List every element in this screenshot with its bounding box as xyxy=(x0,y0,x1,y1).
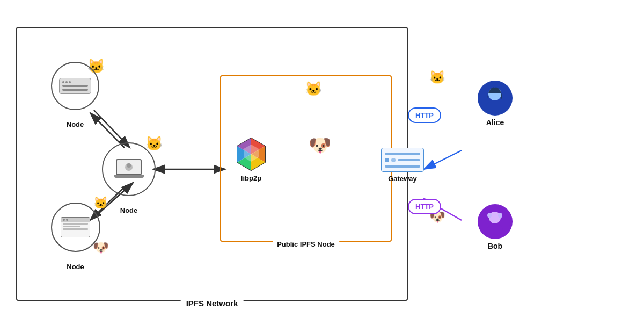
dog-emoji-public-node: 🐶 xyxy=(309,134,331,156)
alice-group: 🐱 HTTP Alice xyxy=(478,81,513,127)
node-middle-label: Node xyxy=(120,206,138,214)
cat-emoji-alice: 🐱 xyxy=(429,70,445,85)
bob-avatar xyxy=(478,204,513,239)
cat-emoji-bottom-left: 🐱 xyxy=(93,196,108,210)
svg-point-22 xyxy=(486,100,503,111)
libp2p-label: libp2p xyxy=(241,174,261,182)
svg-point-25 xyxy=(487,213,492,218)
libp2p-node: libp2p xyxy=(230,137,273,182)
svg-point-24 xyxy=(487,224,503,235)
alice-label: Alice xyxy=(486,118,504,127)
diagram-container: IPFS Network Public IPFS Node 🐱 Node 🐱 xyxy=(11,11,633,321)
node-bottom-left: 🐶 🐱 Node xyxy=(42,193,109,271)
libp2p-icon xyxy=(235,137,267,172)
browser-icon-bottom-left xyxy=(61,217,90,237)
gateway-icon xyxy=(381,148,424,172)
node-top-left: 🐱 Node xyxy=(43,54,107,128)
alice-avatar xyxy=(478,81,513,116)
node-top-left-label: Node xyxy=(67,120,84,128)
ipfs-network-label: IPFS Network xyxy=(181,299,244,308)
gateway-node: Gateway xyxy=(376,148,429,183)
svg-point-26 xyxy=(498,213,502,218)
svg-point-12 xyxy=(127,163,131,168)
node-bottom-left-label: Node xyxy=(67,263,84,271)
cat-emoji-middle: 🐱 xyxy=(145,135,163,152)
svg-line-9 xyxy=(424,150,462,169)
http-badge-bob: HTTP xyxy=(408,199,441,214)
public-ipfs-node-label: Public IPFS Node xyxy=(273,240,339,248)
bob-label: Bob xyxy=(488,242,502,250)
cat-emoji-public-node: 🐱 xyxy=(305,81,322,97)
gateway-label: Gateway xyxy=(388,175,416,183)
server-icon-top-left xyxy=(59,78,91,94)
laptop-icon-middle xyxy=(114,159,144,179)
dog-emoji-bottom-left: 🐶 xyxy=(93,240,109,255)
http-badge-alice: HTTP xyxy=(408,107,441,123)
bob-group: 🐶 HTTP Bob xyxy=(478,204,513,250)
